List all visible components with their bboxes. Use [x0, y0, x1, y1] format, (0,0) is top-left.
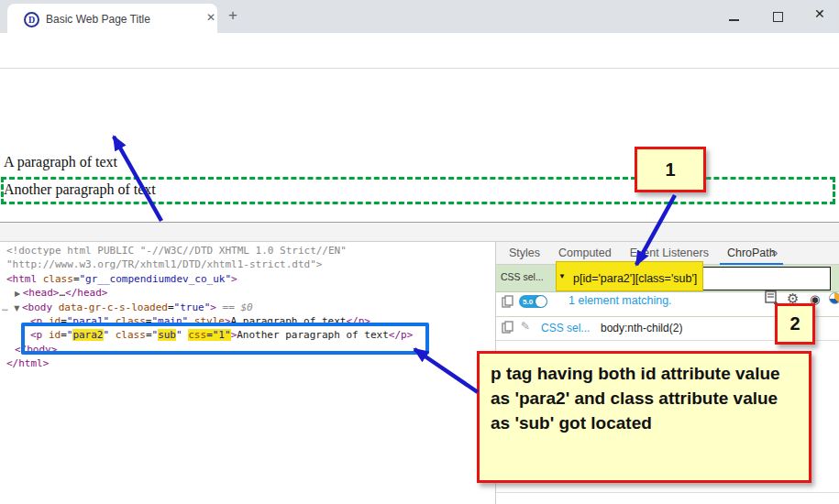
code-token — [52, 301, 59, 313]
chropath-logo-icon — [829, 292, 839, 304]
code-token: = — [73, 273, 80, 285]
code-line[interactable]: "http://www.w3.org/TR/xhtml1/DTD/xhtml1-… — [0, 257, 495, 271]
paragraph-2: Another paragraph of text — [4, 181, 156, 198]
match-count-text: 1 element matching. — [569, 294, 672, 307]
code-token: <body — [22, 301, 52, 313]
code-token: <!doctype html PUBLIC "-//W3C//DTD XHTML… — [6, 245, 347, 257]
code-token: > — [210, 301, 216, 313]
annotation-step-1: 1 — [635, 147, 706, 192]
code-token: </html> — [6, 357, 49, 369]
code-token: </head> — [65, 287, 107, 299]
code-token: <head> — [23, 287, 60, 299]
code-token: "gr__compendiumdev_co_uk" — [80, 273, 232, 285]
selector-type-dropdown[interactable]: CSS sel... — [501, 271, 544, 282]
code-token: data-gr-c-s-loaded — [59, 301, 168, 313]
code-line[interactable]: <!doctype html PUBLIC "-//W3C//DTD XHTML… — [0, 244, 495, 257]
code-token: <html — [6, 273, 37, 285]
devtools-toolbar: ElementsConsoleSourcesNetworkPerformance… — [0, 222, 839, 242]
paragraph-1: A paragraph of text — [4, 154, 117, 170]
elements-panel: <!doctype html PUBLIC "-//W3C//DTD XHTML… — [0, 242, 495, 504]
side-tab-styles[interactable]: Styles — [500, 243, 549, 264]
web-page: A paragraph of text Another paragraph of… — [0, 70, 839, 222]
version-toggle[interactable]: 5.0 — [519, 295, 547, 308]
browser-tab[interactable]: D Basic Web Page Title ✕ — [7, 4, 217, 33]
code-line[interactable]: … ▼ <body data-gr-c-s-loaded="true"> == … — [0, 301, 495, 314]
window-maximize-button[interactable] — [773, 12, 783, 22]
copy-icon[interactable] — [502, 321, 513, 334]
tab-title: Basic Web Page Title — [46, 13, 150, 26]
edit-pencil-icon[interactable]: ✎ — [521, 320, 530, 333]
code-token: ▶ — [15, 290, 23, 298]
code-token: "http://www.w3.org/TR/xhtml1/DTD/xhtml1-… — [6, 258, 322, 270]
new-tab-button[interactable]: + — [228, 6, 237, 25]
code-line[interactable]: ▶ <head>…</head> — [0, 286, 495, 300]
annotation-callout: p tag having both id attribute value as … — [477, 351, 811, 483]
panel-bottom-divider — [496, 492, 839, 493]
tab-strip: D Basic Web Page Title ✕ + ✕ — [0, 0, 839, 33]
annotation-step-2: 2 — [775, 303, 815, 345]
favicon-icon: D — [24, 12, 39, 27]
code-token: ▼ — [14, 304, 22, 312]
result-selector-type[interactable]: CSS sel... — [541, 322, 590, 334]
window-close-button[interactable]: ✕ — [814, 6, 825, 21]
more-tabs-icon[interactable]: » — [771, 246, 778, 259]
code-token: "true" — [174, 301, 211, 313]
toggle-knob — [535, 296, 546, 307]
copy-icon[interactable] — [502, 295, 513, 308]
code-token: == $0 — [216, 301, 253, 313]
selected-element-rectangle — [21, 323, 429, 355]
code-token — [37, 273, 43, 285]
code-token: … — [2, 301, 14, 313]
tab-close-icon[interactable]: ✕ — [204, 11, 218, 24]
version-label: 5.0 — [523, 298, 533, 306]
result-selector-value: body:nth-child(2) — [601, 322, 682, 334]
code-token: = — [168, 301, 174, 313]
selector-query-text: p[id='para2'][class='sub'] — [573, 272, 697, 285]
window-minimize-button[interactable] — [729, 19, 739, 21]
dropdown-arrow-icon[interactable]: ▼ — [558, 272, 566, 280]
code-line[interactable]: <html class="gr__compendiumdev_co_uk"> — [0, 272, 495, 286]
code-token: > — [231, 273, 237, 285]
code-line[interactable]: </html> — [0, 356, 495, 370]
browser-toolbar: ← → ↻ ⓘ Not secure compendiumdev.co.uk/s… — [0, 33, 839, 69]
code-token: class — [43, 273, 73, 285]
